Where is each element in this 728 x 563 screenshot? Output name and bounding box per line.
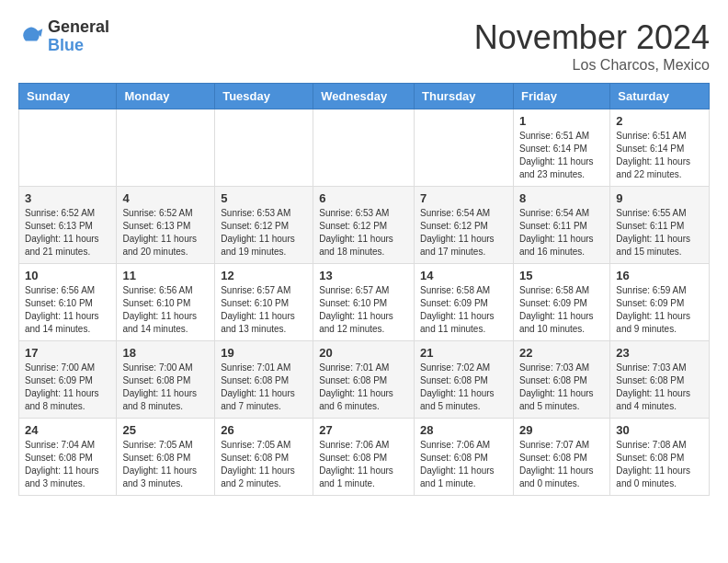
title-section: November 2024 Los Charcos, Mexico (474, 18, 710, 74)
calendar-cell (117, 109, 215, 187)
day-number: 30 (616, 423, 703, 437)
day-number: 18 (122, 346, 209, 360)
day-number: 25 (122, 423, 209, 437)
day-number: 7 (420, 191, 507, 205)
calendar-cell: 24Sunrise: 7:04 AMSunset: 6:08 PMDayligh… (19, 419, 117, 496)
day-number: 15 (519, 269, 604, 282)
day-info: Sunrise: 6:52 AMSunset: 6:13 PMDaylight:… (122, 207, 209, 259)
day-header-wednesday: Wednesday (313, 84, 415, 109)
calendar-cell: 23Sunrise: 7:03 AMSunset: 6:08 PMDayligh… (610, 341, 710, 419)
day-number: 9 (616, 191, 703, 205)
logo-blue: Blue (48, 36, 84, 54)
calendar-cell: 28Sunrise: 7:06 AMSunset: 6:08 PMDayligh… (415, 419, 514, 496)
logo-icon (18, 24, 44, 50)
calendar-cell: 3Sunrise: 6:52 AMSunset: 6:13 PMDaylight… (19, 187, 117, 264)
month-title: November 2024 (474, 18, 710, 57)
calendar-cell (313, 109, 415, 187)
day-number: 17 (25, 346, 110, 360)
day-info: Sunrise: 7:07 AMSunset: 6:08 PMDaylight:… (519, 439, 604, 490)
day-info: Sunrise: 7:05 AMSunset: 6:08 PMDaylight:… (221, 439, 307, 490)
day-number: 27 (319, 423, 408, 437)
calendar-week-row: 10Sunrise: 6:56 AMSunset: 6:10 PMDayligh… (19, 264, 710, 341)
day-info: Sunrise: 6:56 AMSunset: 6:10 PMDaylight:… (122, 284, 209, 336)
day-number: 5 (221, 191, 307, 205)
day-info: Sunrise: 6:59 AMSunset: 6:09 PMDaylight:… (616, 284, 703, 336)
calendar-week-row: 3Sunrise: 6:52 AMSunset: 6:13 PMDaylight… (19, 187, 710, 264)
day-number: 3 (25, 191, 110, 205)
calendar-cell (415, 109, 514, 187)
calendar-cell: 2Sunrise: 6:51 AMSunset: 6:14 PMDaylight… (610, 109, 710, 187)
logo: General Blue (18, 18, 109, 55)
day-info: Sunrise: 7:03 AMSunset: 6:08 PMDaylight:… (519, 362, 604, 413)
day-number: 6 (319, 191, 408, 205)
calendar-cell: 26Sunrise: 7:05 AMSunset: 6:08 PMDayligh… (215, 419, 313, 496)
day-number: 13 (319, 269, 408, 282)
day-number: 28 (420, 423, 507, 437)
day-number: 16 (616, 269, 703, 282)
day-number: 4 (122, 191, 209, 205)
day-header-monday: Monday (117, 84, 215, 109)
calendar-table: SundayMondayTuesdayWednesdayThursdayFrid… (18, 83, 710, 496)
day-info: Sunrise: 6:51 AMSunset: 6:14 PMDaylight:… (519, 130, 604, 181)
calendar-cell: 25Sunrise: 7:05 AMSunset: 6:08 PMDayligh… (117, 419, 215, 496)
day-number: 12 (221, 269, 307, 282)
day-number: 2 (616, 114, 703, 128)
calendar-cell: 10Sunrise: 6:56 AMSunset: 6:10 PMDayligh… (19, 264, 117, 341)
logo-text: General Blue (48, 18, 109, 55)
calendar-week-row: 17Sunrise: 7:00 AMSunset: 6:09 PMDayligh… (19, 341, 710, 419)
calendar-cell: 14Sunrise: 6:58 AMSunset: 6:09 PMDayligh… (415, 264, 514, 341)
day-info: Sunrise: 6:56 AMSunset: 6:10 PMDaylight:… (25, 284, 110, 336)
calendar-cell: 22Sunrise: 7:03 AMSunset: 6:08 PMDayligh… (513, 341, 609, 419)
calendar-cell: 13Sunrise: 6:57 AMSunset: 6:10 PMDayligh… (313, 264, 415, 341)
calendar-cell: 21Sunrise: 7:02 AMSunset: 6:08 PMDayligh… (415, 341, 514, 419)
calendar-cell: 27Sunrise: 7:06 AMSunset: 6:08 PMDayligh… (313, 419, 415, 496)
day-info: Sunrise: 7:01 AMSunset: 6:08 PMDaylight:… (221, 362, 307, 413)
day-info: Sunrise: 7:05 AMSunset: 6:08 PMDaylight:… (122, 439, 209, 490)
calendar-cell: 4Sunrise: 6:52 AMSunset: 6:13 PMDaylight… (117, 187, 215, 264)
day-info: Sunrise: 6:51 AMSunset: 6:14 PMDaylight:… (616, 130, 703, 181)
day-info: Sunrise: 6:54 AMSunset: 6:11 PMDaylight:… (519, 207, 604, 259)
day-header-friday: Friday (513, 84, 609, 109)
day-info: Sunrise: 7:00 AMSunset: 6:09 PMDaylight:… (25, 362, 110, 413)
calendar-cell: 6Sunrise: 6:53 AMSunset: 6:12 PMDaylight… (313, 187, 415, 264)
day-info: Sunrise: 7:08 AMSunset: 6:08 PMDaylight:… (616, 439, 703, 490)
calendar-cell: 8Sunrise: 6:54 AMSunset: 6:11 PMDaylight… (513, 187, 609, 264)
day-info: Sunrise: 7:01 AMSunset: 6:08 PMDaylight:… (319, 362, 408, 413)
calendar-cell: 20Sunrise: 7:01 AMSunset: 6:08 PMDayligh… (313, 341, 415, 419)
calendar-cell: 29Sunrise: 7:07 AMSunset: 6:08 PMDayligh… (513, 419, 609, 496)
day-number: 11 (122, 269, 209, 282)
day-info: Sunrise: 6:57 AMSunset: 6:10 PMDaylight:… (221, 284, 307, 336)
calendar-week-row: 1Sunrise: 6:51 AMSunset: 6:14 PMDaylight… (19, 109, 710, 187)
day-info: Sunrise: 6:58 AMSunset: 6:09 PMDaylight:… (519, 284, 604, 336)
day-number: 1 (519, 114, 604, 128)
page-header: General Blue November 2024 Los Charcos, … (18, 18, 710, 74)
calendar-cell (19, 109, 117, 187)
day-number: 23 (616, 346, 703, 360)
day-header-thursday: Thursday (415, 84, 514, 109)
location: Los Charcos, Mexico (474, 57, 710, 74)
calendar-cell: 1Sunrise: 6:51 AMSunset: 6:14 PMDaylight… (513, 109, 609, 187)
calendar-cell: 19Sunrise: 7:01 AMSunset: 6:08 PMDayligh… (215, 341, 313, 419)
day-number: 21 (420, 346, 507, 360)
calendar-header-row: SundayMondayTuesdayWednesdayThursdayFrid… (19, 84, 710, 109)
day-header-sunday: Sunday (19, 84, 117, 109)
day-info: Sunrise: 6:54 AMSunset: 6:12 PMDaylight:… (420, 207, 507, 259)
day-info: Sunrise: 7:06 AMSunset: 6:08 PMDaylight:… (319, 439, 408, 490)
day-number: 22 (519, 346, 604, 360)
day-info: Sunrise: 7:00 AMSunset: 6:08 PMDaylight:… (122, 362, 209, 413)
calendar-cell: 9Sunrise: 6:55 AMSunset: 6:11 PMDaylight… (610, 187, 710, 264)
calendar-week-row: 24Sunrise: 7:04 AMSunset: 6:08 PMDayligh… (19, 419, 710, 496)
calendar-cell: 16Sunrise: 6:59 AMSunset: 6:09 PMDayligh… (610, 264, 710, 341)
day-info: Sunrise: 6:52 AMSunset: 6:13 PMDaylight:… (25, 207, 110, 259)
day-info: Sunrise: 6:53 AMSunset: 6:12 PMDaylight:… (221, 207, 307, 259)
day-number: 14 (420, 269, 507, 282)
day-info: Sunrise: 6:57 AMSunset: 6:10 PMDaylight:… (319, 284, 408, 336)
day-number: 10 (25, 269, 110, 282)
calendar-cell: 18Sunrise: 7:00 AMSunset: 6:08 PMDayligh… (117, 341, 215, 419)
calendar-cell: 5Sunrise: 6:53 AMSunset: 6:12 PMDaylight… (215, 187, 313, 264)
day-info: Sunrise: 6:58 AMSunset: 6:09 PMDaylight:… (420, 284, 507, 336)
day-info: Sunrise: 6:53 AMSunset: 6:12 PMDaylight:… (319, 207, 408, 259)
day-info: Sunrise: 6:55 AMSunset: 6:11 PMDaylight:… (616, 207, 703, 259)
calendar-cell: 30Sunrise: 7:08 AMSunset: 6:08 PMDayligh… (610, 419, 710, 496)
calendar-cell (215, 109, 313, 187)
